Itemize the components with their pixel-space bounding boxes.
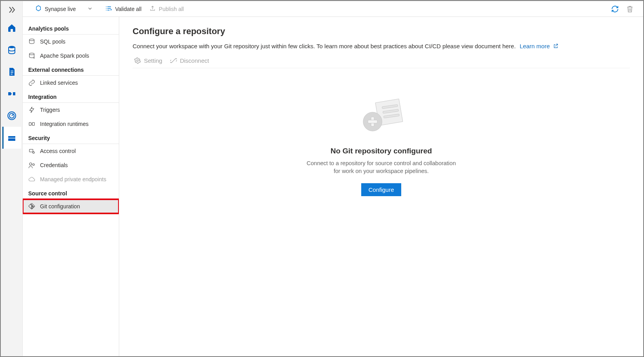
trigger-icon [28, 106, 35, 113]
toolbox-icon [7, 133, 16, 142]
validate-all-label: Validate all [115, 6, 141, 12]
sidebar-item-integration-runtimes[interactable]: Integration runtimes [23, 117, 119, 131]
svg-point-3 [29, 39, 34, 41]
chevron-down-icon [87, 6, 93, 12]
setting-label: Setting [144, 57, 162, 64]
section-source-control: Source control [23, 188, 119, 199]
nav-label: Credentials [40, 162, 68, 168]
main-content: Configure a repository Connect your work… [119, 17, 643, 356]
empty-state: No Git repository configured Connect to … [133, 96, 630, 196]
command-bar: Synapse live Validate all Publish all [23, 1, 643, 17]
svg-rect-6 [33, 122, 35, 126]
refresh-button[interactable] [611, 5, 619, 13]
upload-icon [149, 5, 156, 13]
rail-home[interactable] [2, 17, 21, 39]
manage-sidebar: Analytics pools SQL pools Apache Spark p… [23, 17, 119, 356]
disconnect-icon [170, 57, 177, 64]
sidebar-item-sql-pools[interactable]: SQL pools [23, 35, 119, 49]
action-bar: Setting Disconnect [133, 53, 630, 68]
external-link-icon [553, 43, 558, 49]
workspace-mode-label: Synapse live [45, 6, 76, 12]
svg-rect-7 [29, 149, 33, 152]
sidebar-item-spark-pools[interactable]: Apache Spark pools [23, 49, 119, 63]
sidebar-item-linked-services[interactable]: Linked services [23, 76, 119, 90]
learn-more-label: Learn more [520, 43, 550, 49]
expand-rail-button[interactable] [2, 3, 21, 17]
section-security: Security [23, 133, 119, 144]
disconnect-action: Disconnect [170, 57, 209, 64]
credentials-icon [28, 162, 35, 169]
sidebar-item-credentials[interactable]: Credentials [23, 158, 119, 172]
gauge-icon [7, 111, 16, 120]
svg-point-11 [136, 60, 138, 61]
sidebar-item-access-control[interactable]: Access control [23, 144, 119, 158]
page-title: Configure a repository [133, 26, 630, 36]
empty-illustration [354, 96, 409, 139]
rail-integrate[interactable] [2, 83, 21, 105]
nav-label: Triggers [40, 107, 60, 113]
spark-pool-icon [28, 52, 35, 59]
pipeline-icon [7, 89, 16, 98]
database-icon [7, 45, 16, 55]
sql-pool-icon [28, 38, 35, 45]
sidebar-item-git-configuration[interactable]: Git configuration [23, 199, 119, 213]
nav-label: Linked services [40, 80, 78, 86]
chevron-double-right-icon [7, 5, 16, 15]
learn-more-link[interactable]: Learn more [520, 43, 558, 49]
rail-monitor[interactable] [2, 105, 21, 127]
svg-point-9 [29, 163, 32, 165]
runtime-icon [28, 120, 35, 128]
delete-button[interactable] [626, 5, 634, 13]
rail-manage[interactable] [2, 127, 21, 149]
rail-develop[interactable] [2, 61, 21, 83]
nav-label: Git configuration [40, 203, 80, 209]
hexagon-icon [35, 5, 42, 13]
section-analytics-pools: Analytics pools [23, 23, 119, 35]
link-icon [28, 79, 35, 86]
workspace-mode-dropdown[interactable]: Synapse live [32, 4, 96, 14]
trash-icon [626, 5, 634, 13]
rail-data[interactable] [2, 39, 21, 61]
empty-heading: No Git repository configured [331, 147, 432, 155]
sidebar-item-managed-endpoints: Managed private endpoints [23, 172, 119, 186]
empty-line2: for work on your workspace pipelines. [334, 168, 429, 174]
nav-label: Managed private endpoints [40, 176, 106, 182]
home-icon [7, 23, 16, 33]
checklist-icon [105, 5, 112, 13]
disconnect-label: Disconnect [180, 57, 209, 64]
validate-all-button[interactable]: Validate all [102, 4, 144, 15]
description-text: Connect your workspace with your Git rep… [133, 43, 516, 49]
configure-button[interactable]: Configure [361, 183, 401, 196]
empty-text: Connect to a repository for source contr… [307, 159, 456, 175]
svg-rect-5 [29, 122, 31, 126]
cloud-icon [28, 176, 35, 183]
access-icon [28, 148, 35, 155]
empty-line1: Connect to a repository for source contr… [307, 160, 456, 166]
svg-point-4 [29, 53, 34, 55]
refresh-icon [611, 5, 619, 13]
nav-label: Access control [40, 148, 76, 154]
svg-point-10 [33, 164, 35, 166]
git-icon [28, 203, 35, 210]
publish-all-label: Publish all [159, 6, 184, 12]
page-description: Connect your workspace with your Git rep… [133, 43, 630, 49]
section-integration: Integration [23, 91, 119, 103]
svg-point-0 [9, 46, 15, 48]
gear-icon [134, 57, 141, 64]
left-rail [1, 1, 23, 356]
setting-action: Setting [134, 57, 162, 64]
document-icon [7, 67, 16, 76]
section-external: External connections [23, 64, 119, 76]
sidebar-item-triggers[interactable]: Triggers [23, 103, 119, 117]
publish-all-button: Publish all [146, 4, 187, 14]
nav-label: Apache Spark pools [40, 53, 89, 59]
nav-label: Integration runtimes [40, 121, 89, 127]
svg-rect-17 [368, 120, 377, 123]
nav-label: SQL pools [40, 38, 65, 45]
